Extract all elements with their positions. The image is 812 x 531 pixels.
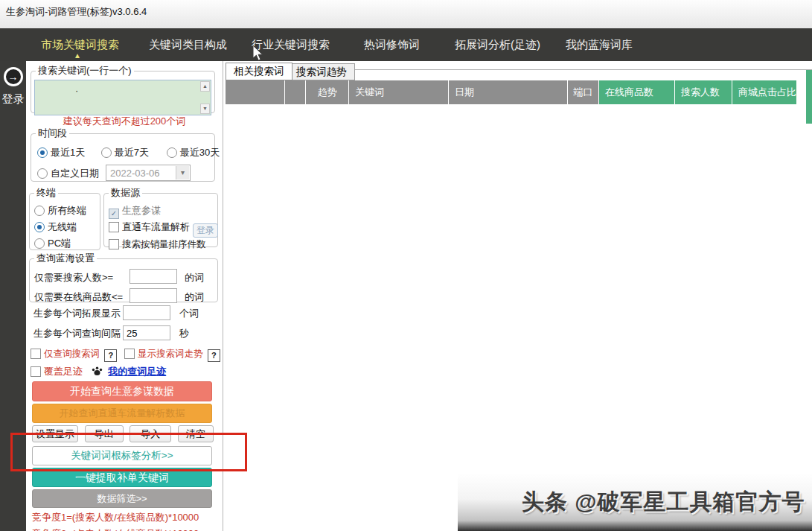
title-bar: 生参淘词-词路管理(标签)v3.0.6.4 bbox=[0, 0, 812, 28]
nav-tab-keyword-category[interactable]: 关键词类目构成 bbox=[149, 38, 227, 52]
max-products-suffix: 的词 bbox=[185, 290, 204, 304]
datasource-group: 数据源 ✓生意参谋 直通车流量解析登录 搜索按销量排序件数 bbox=[103, 186, 218, 247]
nav-tab-expand-word-analysis[interactable]: 拓展词分析(足迹) bbox=[455, 38, 540, 52]
radio-wireless-label[interactable]: 无线端 bbox=[48, 221, 77, 232]
competition-formula-note: 竞争度1=(搜索人数/在线商品数)*10000 bbox=[32, 511, 199, 524]
column-header-blank-2 bbox=[285, 80, 306, 104]
keywords-group: 搜索关键词(一行一个) · ▲ ▼ bbox=[31, 64, 215, 113]
column-header-keyword[interactable]: 关键词 bbox=[349, 80, 449, 104]
custom-date-value: 2022-03-06 bbox=[110, 168, 160, 179]
checkbox-sort-by-sales[interactable] bbox=[109, 239, 119, 249]
query-interval-input[interactable] bbox=[123, 325, 170, 340]
tab-search-word-trend[interactable]: 搜索词趋势 bbox=[288, 63, 355, 80]
ztc-login-button[interactable]: 登录 bbox=[193, 223, 218, 238]
show-trend-help-button[interactable]: ? bbox=[208, 349, 220, 362]
radio-pc-label[interactable]: PC端 bbox=[48, 238, 71, 249]
column-header-blank-1 bbox=[226, 80, 285, 104]
mouse-cursor-icon bbox=[252, 45, 264, 63]
checkbox-shengyicanmou-label[interactable]: 生意参谋 bbox=[122, 205, 161, 216]
terminal-legend: 终端 bbox=[34, 186, 58, 200]
checkbox-shengyicanmou[interactable]: ✓ bbox=[109, 209, 119, 219]
column-header-searchers[interactable]: 搜索人数 bbox=[675, 80, 732, 104]
annotation-rectangle bbox=[10, 433, 247, 471]
content-top-border bbox=[341, 69, 812, 70]
radio-last-30-days-label[interactable]: 最近30天 bbox=[180, 147, 220, 158]
expand-count-label: 生参每个词拓展显示 bbox=[33, 308, 121, 319]
checkbox-sort-by-sales-label[interactable]: 搜索按销量排序件数 bbox=[122, 239, 206, 249]
checkbox-ztc-traffic[interactable] bbox=[109, 222, 119, 232]
login-arrow-icon[interactable]: → bbox=[4, 67, 23, 86]
time-range-group: 时间段 最近1天 最近7天 最近30天 自定义日期 2022-03-06 ▾ bbox=[31, 127, 215, 182]
tab-related-search-words[interactable]: 相关搜索词 bbox=[226, 63, 292, 80]
textarea-scrollbar[interactable]: ▲ ▼ bbox=[200, 81, 210, 114]
query-interval-suffix: 秒 bbox=[179, 327, 189, 340]
window-title: 生参淘词-词路管理(标签)v3.0.6.4 bbox=[6, 5, 147, 19]
min-searchers-suffix: 的词 bbox=[185, 271, 204, 284]
nav-tab-hot-modifier-words[interactable]: 热词修饰词 bbox=[364, 38, 420, 52]
start-ztc-query-button[interactable]: 开始查询直通车流量解析数据 bbox=[32, 404, 212, 423]
my-footprints-link[interactable]: 我的查词足迹 bbox=[108, 366, 166, 377]
active-tab-caret-icon: ▲ bbox=[74, 51, 81, 60]
keywords-textarea[interactable]: · ▲ ▼ bbox=[34, 80, 211, 115]
radio-pc[interactable] bbox=[34, 238, 45, 249]
cover-footprints-label[interactable]: 覆盖足迹 bbox=[44, 366, 83, 377]
date-dropdown-icon[interactable]: ▾ bbox=[176, 166, 189, 179]
radio-last-7-days[interactable] bbox=[101, 147, 112, 158]
radio-last-1-day[interactable] bbox=[37, 147, 48, 158]
radio-last-30-days[interactable] bbox=[167, 147, 177, 158]
bluesea-legend: 查询蓝海设置 bbox=[34, 252, 97, 265]
vertical-scrollbar[interactable] bbox=[806, 70, 812, 124]
checkbox-show-trend[interactable] bbox=[124, 349, 135, 359]
bluesea-settings-group: 查询蓝海设置 仅需要搜索人数>= 的词 仅需要在线商品数<= 的词 bbox=[29, 252, 218, 302]
expand-count-input[interactable] bbox=[123, 305, 170, 320]
main-nav: 市场关键词搜索 关键词类目构成 行业关键词搜索 热词修饰词 拓展词分析(足迹) … bbox=[0, 28, 812, 61]
watermark-overlay: 头条 @破军星工具箱官方号 bbox=[458, 473, 812, 531]
min-searchers-label: 仅需要搜索人数>= bbox=[34, 272, 113, 283]
keywords-textarea-value: · bbox=[75, 85, 78, 96]
column-header-mall-click-ratio[interactable]: 商城点击占比 bbox=[732, 80, 797, 104]
column-header-port[interactable]: 端口 bbox=[568, 80, 599, 104]
max-products-input[interactable] bbox=[130, 288, 177, 303]
checkbox-cover-footprints[interactable] bbox=[31, 366, 41, 377]
query-interval-label: 生参每个词查询间隔 bbox=[33, 328, 121, 339]
column-header-date[interactable]: 日期 bbox=[449, 80, 568, 104]
terminal-group: 终端 所有终端 无线端 PC端 bbox=[29, 186, 100, 250]
scroll-up-icon[interactable]: ▲ bbox=[200, 81, 210, 92]
checkbox-only-search-words[interactable] bbox=[31, 349, 41, 359]
min-searchers-input[interactable] bbox=[130, 269, 177, 284]
scroll-down-icon[interactable]: ▼ bbox=[200, 104, 210, 114]
paw-icon bbox=[92, 366, 103, 376]
radio-last-7-days-label[interactable]: 最近7天 bbox=[115, 147, 149, 158]
radio-last-1-day-label[interactable]: 最近1天 bbox=[51, 147, 85, 158]
data-filter-button[interactable]: 数据筛选>> bbox=[32, 489, 212, 508]
competition-formula-note-2: 竞争度2=(点击人数/在线商品数)*10000 bbox=[32, 527, 199, 531]
results-area: 相关搜索词 搜索词趋势 趋势 关键词 日期 端口 在线商品数 搜索人数 商城点击… bbox=[223, 61, 812, 531]
expand-count-suffix: 个词 bbox=[179, 307, 199, 320]
app-window: 生参淘词-词路管理(标签)v3.0.6.4 市场关键词搜索 关键词类目构成 行业… bbox=[0, 0, 812, 531]
start-shengyi-query-button[interactable]: 开始查询生意参谋数据 bbox=[32, 381, 212, 401]
column-header-online-products[interactable]: 在线商品数 bbox=[599, 80, 675, 104]
show-trend-label[interactable]: 显示搜索词走势 bbox=[138, 349, 203, 359]
only-search-words-label[interactable]: 仅查询搜索词 bbox=[44, 349, 100, 359]
radio-all-terminals[interactable] bbox=[34, 206, 45, 216]
watermark-text: 头条 @破军星工具箱官方号 bbox=[522, 487, 805, 518]
checkbox-ztc-traffic-label[interactable]: 直通车流量解析 bbox=[122, 221, 190, 232]
only-search-help-button[interactable]: ? bbox=[104, 349, 117, 362]
nav-tab-my-bluesea-words[interactable]: 我的蓝海词库 bbox=[566, 38, 633, 52]
time-range-legend: 时间段 bbox=[36, 127, 69, 140]
radio-all-terminals-label[interactable]: 所有终端 bbox=[48, 205, 86, 216]
radio-custom-date[interactable] bbox=[37, 168, 48, 179]
custom-date-input[interactable]: 2022-03-06 ▾ bbox=[106, 165, 191, 181]
max-products-label: 仅需要在线商品数<= bbox=[34, 291, 123, 302]
nav-tab-market-keyword-search[interactable]: 市场关键词搜索 bbox=[41, 38, 119, 52]
keywords-group-legend: 搜索关键词(一行一个) bbox=[36, 64, 134, 77]
results-table-header: 趋势 关键词 日期 端口 在线商品数 搜索人数 商城点击占比 bbox=[226, 80, 797, 104]
datasource-legend: 数据源 bbox=[109, 186, 142, 200]
sidebar-login-label[interactable]: 登录 bbox=[0, 92, 26, 106]
column-header-trend[interactable]: 趋势 bbox=[306, 80, 349, 104]
radio-wireless[interactable] bbox=[34, 222, 45, 232]
radio-custom-date-label[interactable]: 自定义日期 bbox=[51, 168, 99, 179]
